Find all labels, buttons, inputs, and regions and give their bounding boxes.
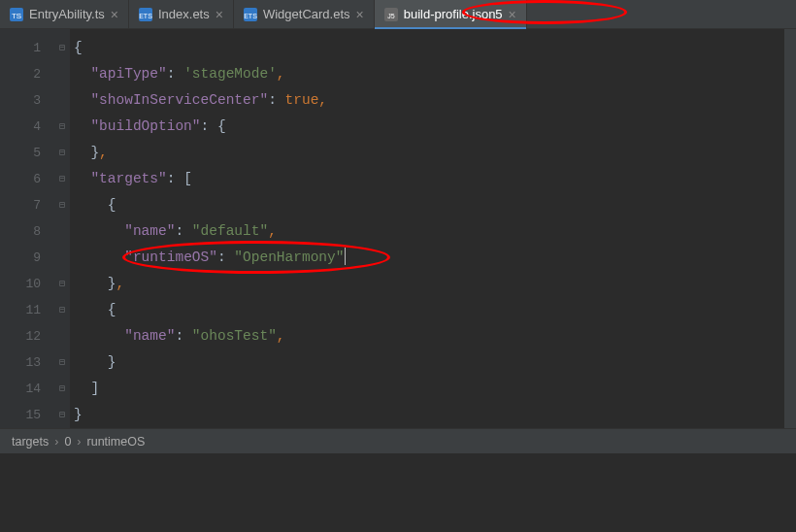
line-number: 6	[6, 166, 41, 192]
breadcrumb[interactable]: targets › 0 › runtimeOS	[0, 428, 796, 453]
scroll-marker-bar	[784, 29, 796, 428]
fold-open-icon[interactable]: ⊟	[54, 166, 70, 192]
fold-close-icon[interactable]: ⊟	[54, 402, 70, 428]
colon: :	[167, 171, 183, 186]
brace: {	[217, 118, 226, 134]
brace: }	[108, 276, 116, 291]
line-number: 10	[6, 271, 41, 297]
brace: }	[74, 407, 83, 422]
close-icon[interactable]: ×	[216, 7, 223, 22]
fold-close-icon[interactable]: ⊟	[54, 140, 70, 166]
ets-file-icon: ETS	[244, 8, 257, 21]
line-number: 11	[6, 297, 41, 323]
colon: :	[201, 118, 217, 134]
tab-label: Index.ets	[158, 7, 210, 21]
comma: ,	[318, 92, 327, 108]
fold-open-icon[interactable]: ⊟	[54, 297, 70, 323]
comma: ,	[99, 145, 108, 160]
comma: ,	[277, 328, 285, 344]
fold-open-icon[interactable]: ⊟	[54, 114, 70, 140]
fold-close-icon[interactable]: ⊟	[54, 271, 70, 297]
line-number: 12	[6, 323, 41, 349]
brace: {	[108, 302, 116, 317]
line-number: 9	[6, 245, 41, 271]
bracket: [	[183, 171, 192, 186]
line-number-gutter: 1 2 3 4 5 6 7 8 9 10 11 12 13 14 15	[6, 29, 54, 428]
tab-label: WidgetCard.ets	[263, 7, 350, 21]
breadcrumb-item[interactable]: 0	[64, 435, 71, 449]
close-icon[interactable]: ×	[356, 7, 364, 22]
json-key: "showInServiceCenter"	[90, 92, 268, 108]
fold-close-icon[interactable]: ⊟	[54, 376, 70, 402]
json-bool: true	[285, 92, 319, 108]
code-editor[interactable]: 1 2 3 4 5 6 7 8 9 10 11 12 13 14 15 ⊟ ⊟ …	[0, 29, 796, 428]
comma: ,	[268, 223, 277, 239]
brace: {	[74, 40, 83, 55]
ts-file-icon: TS	[10, 8, 23, 21]
code-content[interactable]: { "apiType": 'stageMode', "showInService…	[70, 29, 784, 428]
colon: :	[175, 328, 191, 344]
ets-file-icon: ETS	[139, 8, 152, 21]
chevron-right-icon: ›	[54, 435, 58, 449]
line-number: 13	[6, 349, 41, 376]
json-string: "default"	[192, 223, 268, 239]
brace: {	[108, 197, 116, 213]
comma: ,	[116, 276, 125, 291]
svg-text:ETS: ETS	[244, 13, 257, 19]
svg-text:TS: TS	[12, 12, 21, 20]
tab-label: build-profile.json5	[404, 7, 503, 21]
fold-close-icon[interactable]: ⊟	[54, 349, 70, 376]
breadcrumb-item[interactable]: targets	[12, 435, 49, 449]
svg-text:J5: J5	[387, 13, 395, 19]
tab-bar: TS EntryAbility.ts × ETS Index.ets × ETS…	[0, 0, 796, 29]
line-number: 5	[6, 140, 41, 166]
chevron-right-icon: ›	[77, 435, 81, 449]
line-number: 4	[6, 114, 41, 140]
colon: :	[175, 223, 191, 239]
line-number: 8	[6, 218, 41, 245]
text-cursor	[345, 248, 346, 265]
breadcrumb-item[interactable]: runtimeOS	[87, 435, 146, 449]
bracket: ]	[90, 381, 99, 396]
colon: :	[217, 249, 234, 265]
json-key: "targets"	[90, 171, 166, 186]
svg-text:ETS: ETS	[139, 13, 152, 19]
line-number: 3	[6, 87, 41, 114]
fold-open-icon[interactable]: ⊟	[54, 192, 70, 218]
line-number: 14	[6, 376, 41, 402]
close-icon[interactable]: ×	[509, 7, 516, 22]
tab-widgetcard[interactable]: ETS WidgetCard.ets ×	[234, 0, 375, 28]
comma: ,	[277, 66, 285, 82]
json-string: 'stageMode'	[183, 66, 277, 82]
tab-build-profile[interactable]: J5 build-profile.json5 ×	[375, 0, 527, 28]
brace: }	[108, 354, 116, 370]
tab-entryability[interactable]: TS EntryAbility.ts ×	[0, 0, 129, 28]
colon: :	[268, 92, 284, 108]
line-number: 7	[6, 192, 41, 218]
json-key: "name"	[124, 328, 175, 344]
json-key: "runtimeOS"	[124, 249, 217, 265]
json-string: "OpenHarmony"	[234, 249, 344, 265]
tab-label: EntryAbility.ts	[29, 7, 105, 21]
json-string: "ohosTest"	[192, 328, 277, 344]
fold-gutter: ⊟ ⊟ ⊟ ⊟ ⊟ ⊟ ⊟ ⊟ ⊟ ⊟	[54, 29, 70, 428]
tab-index[interactable]: ETS Index.ets ×	[129, 0, 234, 28]
json-key: "apiType"	[90, 66, 166, 82]
json-key: "buildOption"	[90, 118, 200, 134]
brace: }	[90, 145, 99, 160]
fold-open-icon[interactable]: ⊟	[54, 35, 70, 61]
line-number: 15	[6, 402, 41, 428]
close-icon[interactable]: ×	[111, 7, 118, 22]
json-key: "name"	[124, 223, 175, 239]
line-number: 1	[6, 35, 41, 61]
colon: :	[167, 66, 183, 82]
line-number: 2	[6, 61, 41, 87]
json5-file-icon: J5	[384, 8, 398, 21]
